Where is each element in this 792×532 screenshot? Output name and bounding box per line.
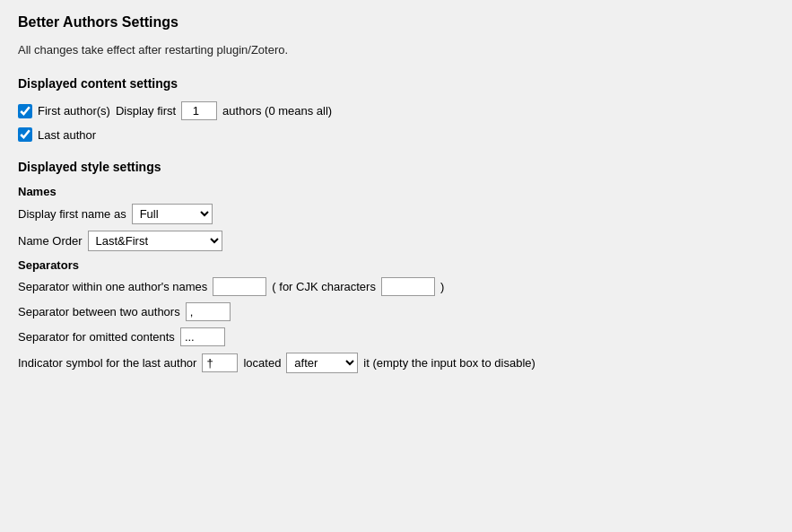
sep-between-row: Separator between two authors [18,302,774,321]
separators-subsection: Separators Separator within one author's… [18,258,774,373]
names-subsection: Names Display first name as Full Abbrevi… [18,185,774,251]
separators-subsection-title: Separators [18,258,774,272]
display-first-name-select[interactable]: Full Abbreviated None [132,204,213,224]
sep-between-input[interactable] [186,302,231,321]
page-title: Better Authors Settings [18,14,774,31]
sep-within-row: Separator within one author's names ( fo… [18,277,774,296]
last-author-row: Last author [18,127,774,142]
indicator-suffix-label: it (empty the input box to disable) [363,356,535,370]
sep-omitted-label: Separator for omitted contents [18,330,175,344]
first-authors-row: First author(s) Display first authors (0… [18,101,774,120]
indicator-input[interactable] [202,353,238,372]
sep-omitted-input[interactable] [180,327,225,346]
authors-suffix-label: authors (0 means all) [222,104,332,118]
displayed-style-title: Displayed style settings [18,160,774,174]
display-first-label: Display first [116,104,176,118]
names-subsection-title: Names [18,185,774,198]
last-author-checkbox[interactable] [18,127,32,142]
info-text: All changes take effect after restarting… [18,43,774,57]
sep-within-input[interactable] [213,277,266,296]
display-first-name-row: Display first name as Full Abbreviated N… [18,204,774,224]
sep-omitted-row: Separator for omitted contents [18,327,774,346]
sep-within-cjk-label: ( for CJK characters [272,280,376,293]
sep-within-cjk-close: ) [440,280,444,293]
indicator-label: Indicator symbol for the last author [18,356,196,370]
displayed-style-section: Displayed style settings Names Display f… [18,160,774,373]
name-order-row: Name Order Last&First First&Last [18,231,774,251]
name-order-label: Name Order [18,234,83,248]
display-first-input[interactable] [181,101,217,120]
indicator-located-label: located [243,356,281,370]
name-order-select[interactable]: Last&First First&Last [88,231,222,251]
displayed-content-title: Displayed content settings [18,76,774,91]
indicator-row: Indicator symbol for the last author loc… [18,353,774,373]
sep-between-label: Separator between two authors [18,305,180,318]
sep-within-label: Separator within one author's names [18,280,207,293]
first-authors-label: First author(s) [38,104,110,118]
display-first-name-label: Display first name as [18,207,126,221]
first-authors-checkbox[interactable] [18,104,32,118]
sep-within-cjk-input[interactable] [381,277,435,296]
displayed-content-section: Displayed content settings First author(… [18,76,774,142]
indicator-located-select[interactable]: after before [286,353,358,373]
last-author-label: Last author [38,128,96,142]
